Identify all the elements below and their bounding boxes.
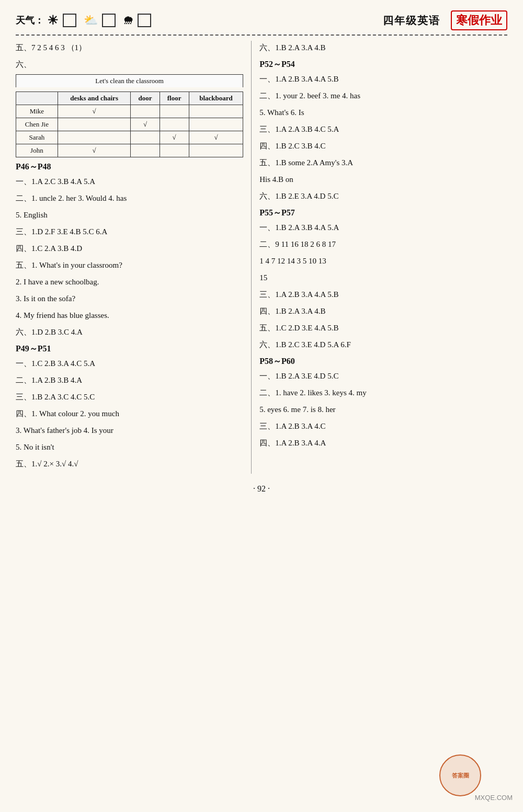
p46-p48-header: P46～P48 bbox=[16, 162, 243, 173]
p52-p54-header: P52～P54 bbox=[259, 59, 507, 70]
weather-label: 天气： bbox=[16, 14, 44, 27]
top-right-liu: 六、1.B 2.A 3.A 4.B bbox=[259, 41, 507, 55]
p52-wu1: 五、1.B some 2.A Amy's 3.A bbox=[259, 156, 507, 170]
p52-san: 三、1.A 2.A 3.B 4.C 5.A bbox=[259, 122, 507, 136]
p46-san: 三、1.D 2.F 3.E 4.B 5.C 6.A bbox=[16, 225, 243, 239]
p49-p51-header: P49～P51 bbox=[16, 344, 243, 354]
book-title: 寒假作业 bbox=[451, 10, 507, 30]
p46-yi: 一、1.A 2.C 3.B 4.A 5.A bbox=[16, 175, 243, 189]
col-header-desks: desks and chairs bbox=[58, 92, 131, 105]
table-row: Mike √ bbox=[16, 105, 243, 118]
p49-si2: 3. What's father's job 4. Is your bbox=[16, 424, 243, 438]
p58-er2: 5. eyes 6. me 7. is 8. her bbox=[259, 403, 507, 417]
wu-top-answers: 五、7 2 5 4 6 3 （1） bbox=[16, 41, 243, 55]
p55-wu: 五、1.C 2.D 3.E 4.A 5.B bbox=[259, 321, 507, 335]
col-header-floor: floor bbox=[160, 92, 189, 105]
p46-wu3: 3. Is it on the sofa? bbox=[16, 292, 243, 306]
watermark: MXQE.COM bbox=[475, 794, 513, 802]
weather-section: 天气： ☀ ⛅ 🌨 bbox=[16, 13, 155, 28]
answer-stamp: 答案圈 bbox=[439, 754, 481, 796]
title-section: 四年级英语 寒假作业 bbox=[383, 10, 507, 30]
p58-p60-header: P58～P60 bbox=[259, 356, 507, 367]
p52-er1: 二、1. your 2. beef 3. me 4. has bbox=[259, 89, 507, 103]
page-number: · 92 · bbox=[16, 484, 507, 494]
p52-yi: 一、1.A 2.B 3.A 4.A 5.B bbox=[259, 72, 507, 86]
p58-er1: 二、1. have 2. likes 3. keys 4. my bbox=[259, 386, 507, 400]
p55-er3: 15 bbox=[259, 271, 507, 285]
cloud-icon: ⛅ bbox=[84, 14, 98, 27]
left-column: 五、7 2 5 4 6 3 （1） 六、 Let's clean the cla… bbox=[16, 41, 252, 474]
p49-wu: 五、1.√ 2.× 3.√ 4.√ bbox=[16, 457, 243, 471]
table-row: Chen Jie √ bbox=[16, 118, 243, 131]
p52-si: 四、1.B 2.C 3.B 4.C bbox=[259, 139, 507, 153]
right-column: 六、1.B 2.A 3.A 4.B P52～P54 一、1.A 2.B 3.A … bbox=[252, 41, 507, 474]
col-header-blackboard: blackboard bbox=[189, 92, 243, 105]
col-header-name bbox=[16, 92, 58, 105]
cloud-checkbox bbox=[102, 14, 116, 27]
p46-liu: 六、1.D 2.B 3.C 4.A bbox=[16, 325, 243, 339]
p46-si: 四、1.C 2.A 3.B 4.D bbox=[16, 242, 243, 256]
table-row: Sarah √ √ bbox=[16, 131, 243, 144]
p55-er2: 1 4 7 12 14 3 5 10 13 bbox=[259, 254, 507, 268]
p49-si1: 四、1. What colour 2. you much bbox=[16, 407, 243, 421]
p49-san: 三、1.B 2.A 3.C 4.C 5.C bbox=[16, 390, 243, 404]
p46-wu1: 五、1. What's in your classroom? bbox=[16, 258, 243, 272]
page-header: 天气： ☀ ⛅ 🌨 四年级英语 寒假作业 bbox=[16, 10, 507, 36]
p55-p57-header: P55～P57 bbox=[259, 208, 507, 219]
grade-subject: 四年级英语 bbox=[383, 14, 440, 28]
p52-liu: 六、1.B 2.E 3.A 4.D 5.C bbox=[259, 189, 507, 203]
classroom-table-container: Let's clean the classroom desks and chai… bbox=[16, 74, 243, 157]
p49-er: 二、1.A 2.B 3.B 4.A bbox=[16, 373, 243, 387]
p46-er: 二、1. uncle 2. her 3. Would 4. has bbox=[16, 191, 243, 205]
p52-er2: 5. What's 6. Is bbox=[259, 106, 507, 120]
p46-wu2: 2. I have a new schoolbag. bbox=[16, 275, 243, 289]
sun-checkbox bbox=[63, 14, 76, 27]
p55-yi: 一、1.B 2.A 3.B 4.A 5.A bbox=[259, 221, 507, 235]
p52-wu2: His 4.B on bbox=[259, 173, 507, 187]
p49-yi: 一、1.C 2.B 3.A 4.C 5.A bbox=[16, 357, 243, 371]
liu-label: 六、 bbox=[16, 58, 243, 72]
p58-yi: 一、1.B 2.A 3.E 4.D 5.C bbox=[259, 369, 507, 383]
table-title: Let's clean the classroom bbox=[16, 74, 243, 87]
p46-er2: 5. English bbox=[16, 208, 243, 222]
p55-er1: 二、9 11 16 18 2 6 8 17 bbox=[259, 237, 507, 251]
p55-liu: 六、1.B 2.C 3.E 4.D 5.A 6.F bbox=[259, 338, 507, 352]
rain-checkbox bbox=[138, 14, 151, 27]
p58-si: 四、1.A 2.B 3.A 4.A bbox=[259, 436, 507, 450]
p49-si3: 5. No it isn't bbox=[16, 440, 243, 454]
p58-san: 三、1.A 2.B 3.A 4.C bbox=[259, 419, 507, 433]
p46-wu4: 4. My friend has blue glasses. bbox=[16, 308, 243, 323]
col-header-door: door bbox=[131, 92, 160, 105]
classroom-table: desks and chairs door floor blackboard M… bbox=[16, 92, 243, 157]
table-row: John √ bbox=[16, 144, 243, 157]
p55-san: 三、1.A 2.B 3.A 4.A 5.B bbox=[259, 288, 507, 302]
sun-icon: ☀ bbox=[47, 13, 59, 28]
rain-icon: 🌨 bbox=[123, 15, 133, 27]
p55-si: 四、1.B 2.A 3.A 4.B bbox=[259, 304, 507, 318]
